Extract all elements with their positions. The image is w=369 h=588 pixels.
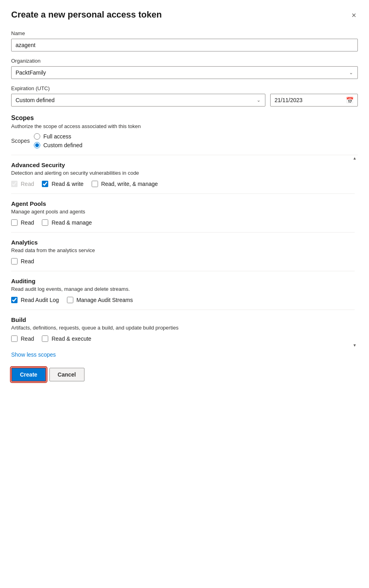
custom-defined-radio[interactable] [34,142,40,148]
expiration-row: Custom defined ⌄ 📅 [11,94,358,107]
build-read-label: Read [21,335,34,342]
cancel-button[interactable]: Cancel [49,368,84,381]
action-buttons: Create Cancel [11,367,358,382]
advsec-readwrite-checkbox[interactable] [42,181,48,187]
create-token-dialog: Create a new personal access token × Nam… [0,0,369,588]
expiration-select-wrapper: Custom defined ⌄ [11,94,265,107]
date-input-wrapper: 📅 [270,94,358,107]
full-access-radio-row: Full access [34,133,82,140]
agentpools-read-label: Read [21,219,34,226]
custom-defined-radio-row: Custom defined [34,142,82,148]
build-readexecute-checkbox[interactable] [42,335,48,342]
agent-pools-desc: Manage agent pools and agents [11,209,355,215]
full-access-radio[interactable] [34,133,40,140]
scopes-radios-row: Scopes Full access Custom defined [11,133,358,148]
advanced-security-desc: Detection and alerting on security vulne… [11,170,355,176]
auditing-managestreams-label: Manage Audit Streams [77,297,133,303]
analytics-desc: Read data from the analytics service [11,247,355,253]
name-label: Name [11,30,358,36]
expiration-select[interactable]: Custom defined [11,94,265,107]
scope-section-build: Build Artifacts, definitions, requests, … [11,310,355,348]
scope-section-analytics: Analytics Read data from the analytics s… [11,233,355,271]
expiration-label: Expiration (UTC) [11,85,358,91]
analytics-checkboxes: Read [11,258,355,264]
auditing-managestreams-item: Manage Audit Streams [67,297,133,303]
create-button[interactable]: Create [11,367,46,382]
scope-section-agent-pools: Agent Pools Manage agent pools and agent… [11,194,355,233]
build-title: Build [11,316,355,323]
advsec-read-label: Read [21,181,34,187]
scopes-description: Authorize the scope of access associated… [11,123,358,129]
agentpools-read-item: Read [11,219,34,226]
custom-defined-label: Custom defined [43,142,82,148]
build-readexecute-item: Read & execute [42,335,91,342]
agentpools-read-checkbox[interactable] [11,219,18,226]
scopes-title: Scopes [11,114,358,122]
auditing-managestreams-checkbox[interactable] [67,297,73,303]
scopes-scrollable[interactable]: Advanced Security Detection and alerting… [11,155,358,348]
build-readexecute-label: Read & execute [51,335,91,342]
auditing-readlog-checkbox[interactable] [11,297,18,303]
scopes-section: Scopes Authorize the scope of access ass… [11,114,358,148]
advsec-read-checkbox[interactable] [11,181,18,187]
build-read-item: Read [11,335,34,342]
advsec-readwritemanage-label: Read, write, & manage [101,181,158,187]
name-input[interactable] [11,39,358,51]
show-less-scopes-button[interactable]: Show less scopes [11,351,56,358]
organization-label: Organization [11,58,358,64]
auditing-desc: Read audit log events, manage and delete… [11,286,355,292]
advsec-readwritemanage-item: Read, write, & manage [92,181,158,187]
close-button[interactable]: × [350,10,358,21]
advanced-security-checkboxes: Read Read & write Read, write, & manage [11,181,355,187]
auditing-checkboxes: Read Audit Log Manage Audit Streams [11,297,355,303]
advsec-readwrite-label: Read & write [51,181,83,187]
organization-select-wrapper: PacktFamily ⌄ [11,66,358,79]
analytics-read-item: Read [11,258,34,264]
agentpools-readmanage-label: Read & manage [51,219,92,226]
analytics-title: Analytics [11,239,355,246]
scopes-radio-options: Full access Custom defined [34,133,82,148]
build-desc: Artifacts, definitions, requests, queue … [11,325,355,331]
dialog-title: Create a new personal access token [11,10,162,20]
auditing-title: Auditing [11,278,355,284]
agentpools-readmanage-checkbox[interactable] [42,219,48,226]
scopes-inline-label: Scopes [11,138,30,144]
agent-pools-title: Agent Pools [11,200,355,207]
advsec-readwritemanage-checkbox[interactable] [92,181,98,187]
date-input[interactable] [270,94,358,107]
agent-pools-checkboxes: Read Read & manage [11,219,355,226]
scopes-scroll-container: Advanced Security Detection and alerting… [11,155,358,348]
organization-select[interactable]: PacktFamily [11,66,358,79]
agentpools-readmanage-item: Read & manage [42,219,92,226]
analytics-read-label: Read [21,258,34,264]
scope-section-auditing: Auditing Read audit log events, manage a… [11,271,355,310]
auditing-readlog-item: Read Audit Log [11,297,59,303]
auditing-readlog-label: Read Audit Log [21,297,59,303]
advanced-security-title: Advanced Security [11,162,355,168]
scope-section-advanced-security: Advanced Security Detection and alerting… [11,155,355,194]
full-access-label: Full access [43,133,71,140]
build-checkboxes: Read Read & execute [11,335,355,342]
advsec-read-item: Read [11,181,34,187]
advsec-readwrite-item: Read & write [42,181,83,187]
dialog-header: Create a new personal access token × [11,10,358,21]
build-read-checkbox[interactable] [11,335,18,342]
analytics-read-checkbox[interactable] [11,258,18,264]
